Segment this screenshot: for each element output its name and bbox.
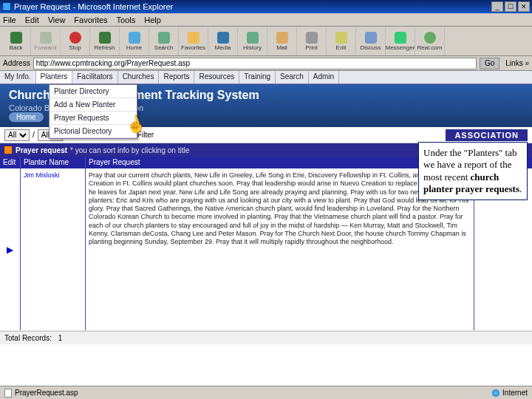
tab-search[interactable]: Search bbox=[276, 71, 309, 83]
tab-churches[interactable]: Churches bbox=[118, 71, 160, 83]
toolbar-search[interactable]: Search bbox=[149, 27, 179, 55]
dd-add-new-planter[interactable]: Add a New Planter bbox=[50, 98, 137, 112]
toolbar-discuss[interactable]: Discuss bbox=[356, 27, 386, 55]
status-zone: Internet bbox=[502, 389, 528, 397]
toolbar-stop[interactable]: Stop bbox=[61, 27, 90, 55]
total-records: Total Records: 1 bbox=[0, 331, 532, 344]
toolbar-home[interactable]: Home bbox=[120, 27, 149, 55]
status-filename: PrayerRequest.asp bbox=[15, 389, 78, 397]
internet-zone-icon bbox=[492, 389, 499, 397]
toolbar-refresh[interactable]: Refresh bbox=[90, 27, 120, 55]
browser-status-bar: PrayerRequest.asp Internet bbox=[0, 386, 532, 399]
cell-prayer-request: Pray that our current church plants, New… bbox=[86, 168, 474, 330]
association-badge: ASSOCIATION bbox=[446, 129, 528, 141]
media-icon bbox=[217, 32, 229, 44]
address-label: Address bbox=[3, 59, 30, 67]
toolbar-media[interactable]: Media bbox=[208, 27, 238, 55]
toolbar-print[interactable]: Print bbox=[297, 27, 327, 55]
col-planter-name[interactable]: Planter Name bbox=[21, 157, 86, 168]
col-prayer-request[interactable]: Prayer Request bbox=[86, 157, 474, 168]
sort-hint: * you can sort info by clicking on title bbox=[70, 146, 189, 154]
menu-file[interactable]: File bbox=[3, 16, 16, 24]
address-bar: Address Go Links » bbox=[0, 56, 532, 71]
messenger-icon bbox=[395, 32, 406, 44]
dd-planter-directory[interactable]: Planter Directory bbox=[50, 85, 137, 98]
menu-edit[interactable]: Edit bbox=[25, 16, 39, 24]
go-button[interactable]: Go bbox=[480, 58, 499, 69]
back-icon bbox=[10, 32, 22, 44]
tab-admin[interactable]: Admin bbox=[309, 71, 339, 83]
menu-help[interactable]: Help bbox=[144, 16, 161, 24]
tab-facilitators[interactable]: Facilitators bbox=[72, 71, 117, 83]
browser-menu-bar: File Edit View Favorites Tools Help bbox=[0, 13, 532, 27]
toolbar-editpage[interactable]: Edit bbox=[327, 27, 356, 55]
toolbar-favorites[interactable]: Favorites bbox=[179, 27, 208, 55]
edit-icon bbox=[335, 32, 347, 44]
home-button[interactable]: Home bbox=[9, 112, 44, 122]
tab-training[interactable]: Training bbox=[239, 71, 276, 83]
tab-reports[interactable]: Reports bbox=[159, 71, 194, 83]
tab-planters[interactable]: Planters bbox=[36, 71, 73, 83]
toolbar-mail[interactable]: Mail bbox=[267, 27, 297, 55]
window-title-bar: Prayer Request - Microsoft Internet Expl… bbox=[0, 0, 532, 13]
close-button[interactable]: ✕ bbox=[518, 1, 530, 12]
maximize-button[interactable]: ☐ bbox=[505, 1, 516, 12]
stop-icon bbox=[69, 32, 81, 44]
dd-pictorial-directory[interactable]: Pictorial Directory bbox=[50, 125, 137, 138]
tab-my-info[interactable]: My Info. bbox=[0, 71, 36, 83]
mail-icon bbox=[276, 32, 288, 44]
toolbar-back[interactable]: Back bbox=[1, 27, 31, 55]
browser-toolbar: Back Forward Stop Refresh Home Search Fa… bbox=[0, 27, 532, 56]
app-nav-tabs: My Info. Planters Facilitators Churches … bbox=[0, 71, 532, 84]
real-icon bbox=[424, 32, 436, 44]
toolbar-realcom[interactable]: Real.com bbox=[415, 27, 445, 55]
links-label[interactable]: Links » bbox=[505, 59, 529, 67]
refresh-icon bbox=[99, 32, 111, 44]
tab-resources[interactable]: Resources bbox=[194, 71, 239, 83]
forward-icon bbox=[40, 32, 52, 44]
annotation-callout: Under the "Planters" tab we have a repor… bbox=[418, 142, 528, 200]
flag-icon bbox=[4, 146, 12, 154]
history-icon bbox=[247, 32, 259, 44]
menu-favorites[interactable]: Favorites bbox=[74, 16, 107, 24]
minimize-button[interactable]: _ bbox=[491, 1, 503, 12]
toolbar-messenger[interactable]: Messenger bbox=[386, 27, 415, 55]
home-icon bbox=[129, 32, 140, 44]
status-page-icon bbox=[4, 389, 12, 398]
planters-dropdown: Planter Directory Add a New Planter Pray… bbox=[49, 84, 137, 139]
discuss-icon bbox=[365, 32, 377, 44]
section-title: Prayer request bbox=[16, 146, 67, 154]
window-title: Prayer Request - Microsoft Internet Expl… bbox=[14, 2, 173, 11]
app-icon bbox=[2, 2, 11, 11]
star-icon bbox=[188, 32, 200, 44]
toolbar-forward[interactable]: Forward bbox=[31, 27, 61, 55]
menu-view[interactable]: View bbox=[48, 16, 66, 24]
search-icon bbox=[158, 32, 170, 44]
print-icon bbox=[306, 32, 318, 44]
filter-assoc-select[interactable]: All bbox=[4, 129, 30, 141]
menu-tools[interactable]: Tools bbox=[117, 16, 136, 24]
page-content: My Info. Planters Facilitators Churches … bbox=[0, 71, 532, 399]
toolbar-history[interactable]: History bbox=[238, 27, 267, 55]
col-edit[interactable]: Edit bbox=[0, 157, 21, 168]
edit-row-icon[interactable]: ▶ bbox=[7, 245, 13, 255]
cell-planter-name[interactable]: Jim Misloski bbox=[21, 168, 86, 330]
address-input[interactable] bbox=[33, 58, 477, 69]
